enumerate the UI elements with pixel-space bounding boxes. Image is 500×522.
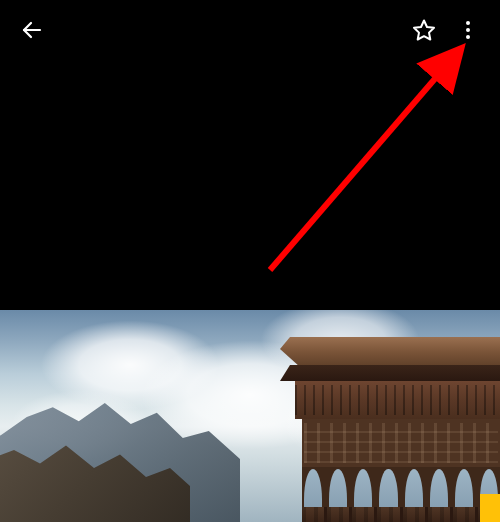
annotation-arrow xyxy=(240,40,480,290)
photo-pavilion xyxy=(290,337,500,522)
top-app-bar xyxy=(0,0,500,60)
svg-marker-1 xyxy=(414,21,434,40)
svg-line-6 xyxy=(270,52,458,270)
back-button[interactable] xyxy=(14,12,50,48)
favorite-button[interactable] xyxy=(406,12,442,48)
svg-point-3 xyxy=(466,28,470,32)
more-vert-icon xyxy=(456,18,480,42)
star-outline-icon xyxy=(412,18,436,42)
arrow-back-icon xyxy=(20,18,44,42)
svg-point-4 xyxy=(466,35,470,39)
photo-viewer[interactable] xyxy=(0,310,500,522)
photo-corner-tag xyxy=(480,494,500,522)
more-options-button[interactable] xyxy=(450,12,486,48)
svg-point-2 xyxy=(466,21,470,25)
